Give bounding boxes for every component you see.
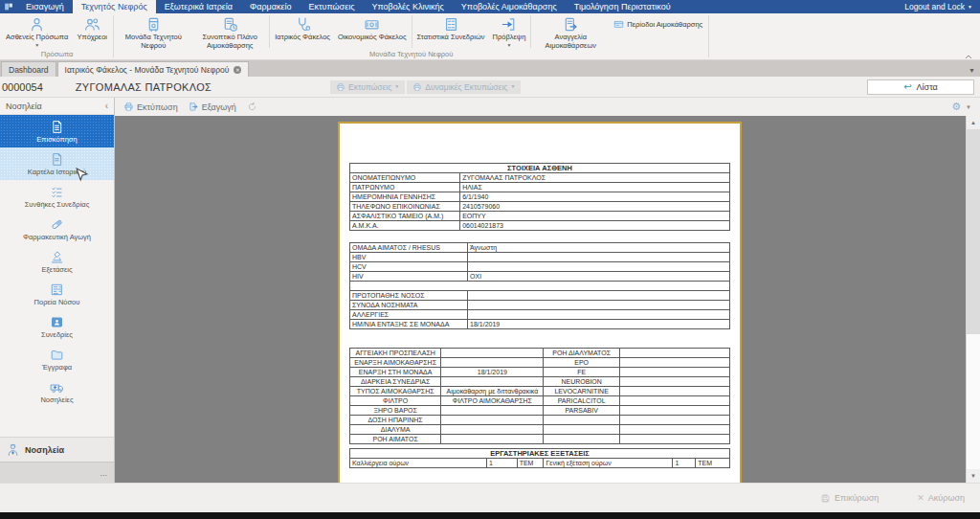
print-button[interactable]: Εκτύπωση [123, 102, 178, 112]
field-value [468, 262, 730, 272]
sidebar-item-session-conditions[interactable]: Συνθήκες Συνεδρίας [0, 180, 114, 213]
module-selector-nosileia[interactable]: Νοσηλεία [0, 437, 114, 462]
field-label: ΟΜΑΔΑ ΑΙΜΑΤΟΣ / RHESUS [350, 243, 468, 253]
scroll-down-arrow[interactable]: ▼ [967, 469, 980, 483]
ribbon-tab-exoterika-iatreia[interactable]: Εξωτερικά Ιατρεία [156, 0, 241, 13]
chevron-down-icon: ▼ [968, 5, 972, 10]
refresh-button[interactable] [247, 102, 257, 112]
sidebar-item-sessions[interactable]: Συνεδρίες [0, 310, 114, 343]
microscope-icon [50, 250, 64, 264]
ribbon-tab-technitos-nefros[interactable]: Τεχνητός Νεφρός [73, 0, 156, 13]
patient-name: ΖΥΓΟΜΑΛΑΣ ΠΑΤΡΟΚΛΟΣ [76, 81, 212, 93]
field-value [619, 349, 729, 358]
field-value: ΗΛΙΑΣ [460, 183, 730, 192]
lab-test-qty: 1 [673, 459, 696, 468]
money-card-icon [364, 16, 380, 33]
ribbon-separator [412, 15, 412, 48]
overflow-menu-icon[interactable]: ... [100, 468, 107, 478]
button-label: Υπόχρεοι [77, 34, 107, 42]
tab-medical-record[interactable]: Ιατρικός Φάκελος - Μονάδα Τεχνητού Νεφρο… [57, 61, 250, 77]
logout-and-lock-button[interactable]: Logout and Lock▼ [897, 0, 980, 13]
dynamic-prints-menu-button[interactable]: Δυναμικές Εκτυπώσεις▼ [407, 80, 521, 94]
button-label: Ιατρικός Φάκελος [275, 34, 330, 42]
session-statistics-button[interactable]: Στατιστικά Συνεδριών [413, 13, 489, 50]
scrollbar-thumb[interactable] [967, 129, 980, 334]
collapse-sidebar-icon[interactable]: ‹ [105, 101, 108, 111]
field-value [468, 301, 730, 310]
field-value [619, 435, 729, 444]
field-label: ΑΣΦΑΛΙΣΤΙΚΟ ΤΑΜΕΙΟ (Α.Μ.) [350, 212, 460, 221]
obligors-button[interactable]: Υπόχρεοι [72, 13, 112, 50]
main-area: Νοσηλεία ‹ Επισκόπηση Καρτέλα Ιστορικού … [0, 98, 980, 483]
sidebar-item-medication[interactable]: Φαρμακευτική Αγωγή [0, 213, 114, 245]
sidebar-item-label: Συνθήκες Συνεδρίας [25, 200, 90, 209]
dialysis-plan-button[interactable]: Συνοπτικό Πλάνο Αιμοκάθαρσης [191, 13, 268, 50]
close-tab-icon[interactable]: ✕ [234, 66, 241, 74]
forecast-button[interactable]: Πρόβλεψη▼ [489, 13, 530, 50]
medical-record-button[interactable]: Ιατρικός Φάκελος [271, 13, 334, 50]
field-value [619, 387, 729, 396]
spacer-row [350, 282, 730, 291]
ribbon-tab-ektyposeis[interactable]: Εκτυπώσεις [301, 0, 364, 13]
financial-record-button[interactable]: Οικονομικός Φάκελος [334, 13, 411, 50]
dialysis-periods-button[interactable]: Περίοδοι Αιμοκάθαρσης [609, 17, 707, 32]
sidebar-item-history-card[interactable]: Καρτέλα Ιστορικού [0, 147, 114, 180]
arrow-enter-icon [501, 16, 517, 33]
collapse-ribbon-button[interactable] [965, 52, 972, 56]
sidebar-item-disease-progress[interactable]: Πορεία Νόσου [0, 278, 114, 310]
field-label: LEVOCARNITINE [544, 387, 619, 396]
document-viewer: ΣΤΟΙΧΕΙΑ ΑΣΘΕΝΗ ΟΝΟΜΑΤΕΠΩΝΥΜΟΖΥΓΟΜΑΛΑΣ Π… [115, 116, 980, 483]
scroll-up-arrow[interactable]: ▲ [967, 116, 980, 129]
sidebar-item-label: Πορεία Νόσου [34, 298, 80, 306]
field-value [441, 416, 544, 425]
lab-test-qty: 1 [486, 459, 517, 468]
sidebar-title: Νοσηλεία [6, 102, 42, 111]
dialysis-announcement-button[interactable]: Αναγγελία Αιμοκαθάρσεων [532, 13, 609, 50]
document-icon [50, 120, 64, 134]
print-menu-buttons: Εκτυπώσεις▼ Δυναμικές Εκτυπώσεις▼ [330, 80, 521, 94]
ribbon-tab-timologisi[interactable]: Τιμολόγηση Περιστατικού [566, 0, 679, 13]
sidebar-item-label: Συνεδρίες [41, 330, 73, 339]
chevron-down-icon[interactable]: ▼ [966, 104, 971, 110]
document-icon [50, 152, 64, 167]
ribbon-tab-ypovoles-klinikis[interactable]: Υποβολές Κλινικής [364, 0, 453, 13]
field-value [619, 406, 729, 416]
field-label: ΕΝΑΡΞΗ ΑΙΜΟΚΑΘΑΡΣΗΣ [350, 358, 441, 368]
statistics-list-icon [443, 16, 459, 33]
chevron-down-icon[interactable]: ▼ [969, 67, 975, 74]
sidebar-item-tests[interactable]: Εξετάσεις [0, 245, 114, 278]
dialysis-unit-button[interactable]: Μονάδα Τεχνητού Νεφρού [115, 13, 191, 50]
ribbon-tab-ypovoles-aimokatharsis[interactable]: Υποβολές Αιμοκάθαρσης [453, 0, 566, 13]
field-value [619, 358, 729, 368]
cancel-button[interactable]: ✕ Ακύρωση [917, 493, 965, 503]
tab-dashboard[interactable]: Dashboard [1, 61, 56, 77]
ribbon-tab-farmakeio[interactable]: Φαρμακείο [241, 0, 300, 13]
sidebar-overflow-bar[interactable]: ... [0, 462, 114, 483]
field-value [441, 435, 544, 444]
sidebar-item-overview[interactable]: Επισκόπηση [0, 115, 114, 147]
bottom-action-bar: Επικύρωση ✕ Ακύρωση [0, 483, 980, 512]
field-value [441, 425, 544, 435]
patients-persons-button[interactable]: Ασθενείς Πρόσωπα▼ [2, 13, 72, 50]
field-value: 18/1/2019 [468, 320, 730, 329]
report-page: ΣΤΟΙΧΕΙΑ ΑΣΘΕΝΗ ΟΝΟΜΑΤΕΠΩΝΥΜΟΖΥΓΟΜΑΛΑΣ Π… [338, 122, 742, 483]
sidebar-item-documents[interactable]: Έγγραφα [0, 343, 114, 375]
gear-icon[interactable]: ⚙ [951, 102, 961, 112]
button-label: Ακύρωση [928, 493, 965, 503]
vertical-scrollbar[interactable]: ▲ ▼ [966, 116, 980, 483]
field-label: ΑΓΓΕΙΑΚΗ ΠΡΟΣΠΕΛΑΣΗ [350, 349, 441, 358]
list-button[interactable]: ↩Λίστα [867, 79, 974, 95]
field-label: ΤΗΛΕΦΩΝΟ ΕΠΙΚΟΙΝΩΝΙΑΣ [350, 202, 460, 212]
person-card-icon [50, 315, 64, 329]
field-value: 06014021873 [460, 221, 730, 231]
prints-menu-button[interactable]: Εκτυπώσεις▼ [330, 80, 405, 94]
button-label: Συνοπτικό Πλάνο Αιμοκάθαρσης [195, 34, 264, 50]
patient-id: 0000054 [2, 81, 43, 93]
field-label: ΑΛΛΕΡΓΙΕΣ [350, 310, 468, 320]
ribbon-tab-eisagogi[interactable]: Εισαγωγή [17, 0, 73, 13]
confirm-button[interactable]: Επικύρωση [820, 493, 879, 504]
export-button[interactable]: Εξαγωγή [189, 102, 236, 112]
sidebar-item-hospitalizations[interactable]: Νοσηλείες [0, 375, 114, 408]
button-label: Επικύρωση [835, 493, 879, 503]
field-label [544, 435, 619, 444]
